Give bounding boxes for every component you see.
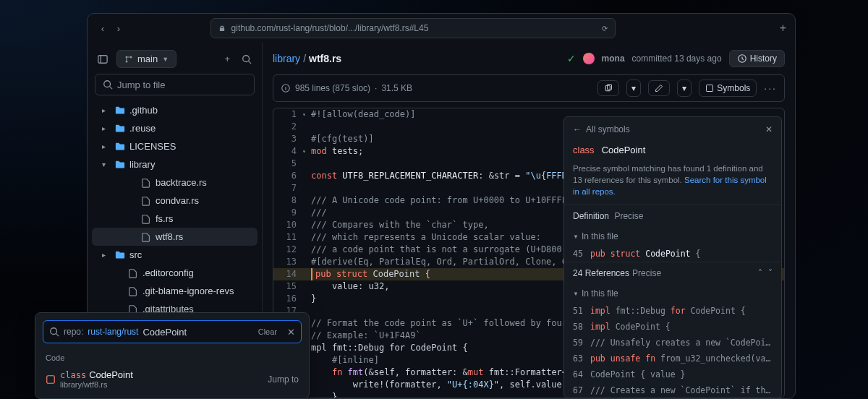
search-scope: rust-lang/rust (88, 327, 138, 337)
more-actions-icon[interactable]: ··· (764, 82, 777, 94)
edit-button[interactable] (648, 80, 670, 96)
sidebar-toggle-icon[interactable] (95, 51, 111, 67)
reference-row[interactable]: 51impl fmt::Debug for CodePoint { (564, 303, 781, 319)
status-check-icon[interactable]: ✓ (567, 53, 576, 64)
edit-dropdown[interactable]: ▾ (677, 80, 692, 97)
tree-file[interactable]: .git-blame-ignore-revs (88, 282, 262, 300)
tree-file[interactable]: condvar.rs (88, 192, 262, 210)
line-number: 11 (273, 231, 302, 244)
info-icon (281, 83, 291, 93)
line-number: 15 (273, 280, 302, 293)
fold-icon[interactable]: ▾ (302, 108, 311, 121)
fold-icon (302, 121, 311, 133)
tree-item-label: fs.rs (156, 213, 174, 224)
svg-rect-17 (47, 375, 55, 383)
folder-icon (115, 106, 125, 116)
references-label: 24 References (573, 268, 629, 278)
fold-icon (302, 280, 311, 293)
close-icon[interactable]: ✕ (765, 124, 773, 134)
file-icon (128, 268, 138, 278)
reference-row[interactable]: 58impl CodePoint { (564, 319, 781, 335)
tree-file[interactable]: .editorconfig (88, 264, 262, 282)
url-bar[interactable]: 🔒︎ github.com/rust-lang/rust/blob/.../li… (210, 18, 616, 38)
search-icon (49, 327, 59, 337)
search-input[interactable]: repo:rust-lang/rust CodePoint Clear ✕ (43, 320, 302, 343)
file-icon (141, 196, 151, 206)
refs-in-file[interactable]: ▼ In this file (564, 284, 781, 303)
tree-item-label: condvar.rs (156, 195, 199, 206)
search-clear[interactable]: Clear (258, 327, 277, 336)
url-text: github.com/rust-lang/rust/blob/.../libra… (231, 23, 429, 33)
search-result[interactable]: classCodePoint library/wtf8.rs Jump to (35, 365, 309, 393)
copy-dropdown[interactable]: ▾ (626, 80, 641, 97)
fold-icon (302, 268, 311, 280)
definition-row[interactable]: 45 pub struct CodePoint { (564, 246, 781, 262)
symbols-button[interactable]: Symbols (699, 80, 757, 97)
fold-icon (302, 170, 311, 182)
line-number: 13 (273, 256, 302, 268)
svg-point-2 (126, 56, 128, 58)
search-icon (103, 80, 113, 90)
line-number: 14 (273, 268, 302, 280)
chevron-icon: ▸ (102, 124, 111, 132)
jump-placeholder: Jump to file (117, 80, 165, 90)
file-size: 31.5 KB (381, 83, 412, 93)
tree-file[interactable]: backtrace.rs (88, 173, 262, 192)
reference-row[interactable]: 64CodePoint { value } (564, 366, 781, 382)
svg-point-3 (126, 60, 128, 62)
panel-in-file[interactable]: ▼ In this file (564, 227, 781, 246)
line-number: 2 (273, 121, 302, 133)
tree-folder[interactable]: ▸src (88, 246, 262, 264)
new-tab-icon[interactable]: + (780, 22, 786, 35)
svg-point-4 (130, 56, 132, 58)
panel-back-label[interactable]: All symbols (586, 124, 630, 134)
branch-select[interactable]: main ▼ (116, 50, 176, 68)
back-arrow-icon[interactable]: ← (573, 124, 582, 134)
nav-back-icon[interactable]: ‹ (96, 22, 109, 35)
file-icon (141, 214, 151, 224)
tree-item-label: library (129, 159, 155, 170)
avatar[interactable] (583, 53, 595, 64)
nav-forward-icon[interactable]: › (112, 22, 125, 35)
search-close-icon[interactable]: ✕ (287, 327, 295, 338)
tree-item-label: .reuse (129, 123, 156, 134)
lock-icon: 🔒︎ (218, 25, 226, 33)
reference-row[interactable]: 67/// Creates a new `CodePoint` if the v… (564, 382, 781, 398)
history-button[interactable]: History (729, 50, 785, 67)
tree-folder[interactable]: ▾library (88, 155, 262, 173)
commit-author[interactable]: mona (602, 53, 625, 64)
tree-folder[interactable]: ▸.reuse (88, 119, 262, 137)
line-number: 10 (273, 219, 302, 231)
reload-icon[interactable]: ⟳ (602, 25, 608, 33)
tree-file[interactable]: wtf8.rs (92, 228, 258, 246)
tree-item-label: .editorconfig (142, 267, 194, 278)
chevron-down-icon: ▼ (162, 56, 169, 63)
copy-button[interactable] (597, 80, 619, 96)
reference-row[interactable]: 59/// Unsafely creates a new `CodePoint`… (564, 335, 781, 351)
svg-point-15 (51, 328, 57, 335)
commit-meta: committed 13 days ago (632, 53, 722, 64)
ref-next-icon[interactable]: ˅ (768, 268, 773, 278)
tree-item-label: wtf8.rs (156, 231, 183, 242)
tree-folder[interactable]: ▸.github (88, 101, 262, 119)
tree-file[interactable]: fs.rs (88, 210, 262, 228)
chevron-down-icon: ▼ (573, 291, 579, 297)
folder-icon (115, 124, 125, 134)
search-files-icon[interactable] (239, 51, 255, 67)
fold-icon[interactable]: ▾ (302, 145, 311, 158)
jump-to-action[interactable]: Jump to (268, 374, 299, 385)
reference-row[interactable]: 63pub unsafe fn from_u32_unchecked(value… (564, 351, 781, 366)
tree-item-label: .git-blame-ignore-revs (142, 286, 234, 296)
breadcrumb-file: wtf8.rs (309, 53, 341, 64)
add-file-icon[interactable]: + (221, 51, 233, 67)
ref-prev-icon[interactable]: ˄ (758, 268, 762, 278)
line-number: 9 (273, 207, 302, 219)
tree-folder[interactable]: ▸LICENSES (88, 137, 262, 155)
jump-to-file-input[interactable]: Jump to file (95, 74, 255, 95)
file-icon (141, 232, 151, 242)
folder-icon (115, 142, 125, 152)
breadcrumb-dir[interactable]: library (273, 53, 300, 64)
line-count: 985 lines (875 sloc) (295, 83, 370, 93)
line-number: 1 (273, 108, 302, 121)
chevron-icon: ▾ (102, 160, 111, 168)
